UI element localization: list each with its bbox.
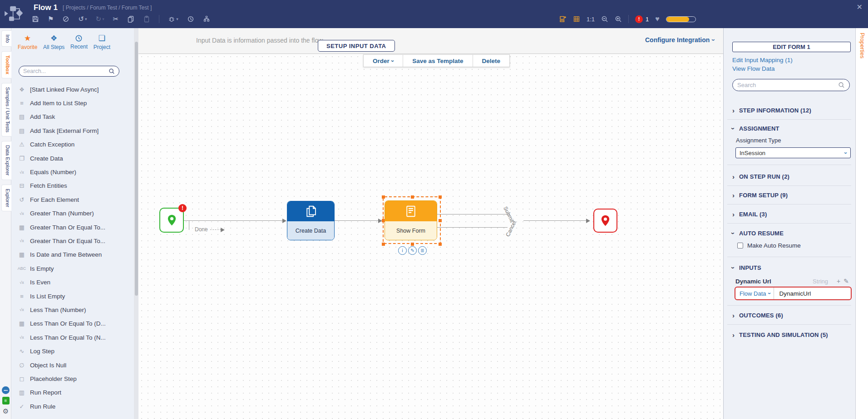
section-testing-and-simulation[interactable]: › TESTING AND SIMULATION (5): [732, 331, 828, 339]
list-item[interactable]: √x Less Than Or Equal To (N...: [11, 331, 128, 344]
heart-icon[interactable]: ♥: [655, 15, 660, 23]
paste-icon[interactable]: [143, 15, 150, 23]
edit-pencil-icon[interactable]: ✎: [408, 246, 417, 255]
undo-button[interactable]: ↺▾: [78, 15, 87, 23]
sidebar-tab-info[interactable]: Info: [1, 30, 11, 47]
grid-icon[interactable]: [573, 15, 580, 23]
section-on-step-run[interactable]: › ON STEP RUN (2): [732, 172, 789, 180]
list-item[interactable]: ✓ Run Rule: [11, 400, 128, 413]
resize-handle[interactable]: [411, 243, 414, 246]
list-item[interactable]: ▦ Is Date and Time Between: [11, 248, 128, 262]
scrollbar-thumb[interactable]: [135, 42, 138, 296]
list-item[interactable]: ◻ Placeholder Step: [11, 372, 128, 385]
warning-badge-icon[interactable]: !: [178, 204, 187, 212]
section-assignment[interactable]: › ASSIGNMENT: [732, 124, 779, 132]
tab-project[interactable]: ❏ Project: [94, 34, 110, 50]
hierarchy-icon[interactable]: [203, 15, 210, 23]
list-item[interactable]: ∅ Object Is Null: [11, 358, 128, 372]
list-item[interactable]: √x Is Even: [11, 275, 128, 289]
list-item[interactable]: ▦ Less Than Or Equal To (D...: [11, 317, 128, 331]
redo-button[interactable]: ↻▾: [96, 15, 104, 23]
info-icon[interactable]: i: [398, 246, 407, 255]
cut-icon[interactable]: ✂: [113, 15, 119, 23]
step-icon: ≡: [17, 293, 27, 300]
show-form-node[interactable]: Show Form: [385, 200, 437, 240]
resize-handle[interactable]: [439, 195, 442, 199]
setup-input-data-button[interactable]: SETUP INPUT DATA: [318, 40, 395, 52]
gear-icon[interactable]: ⚙: [3, 407, 9, 415]
close-icon[interactable]: ✕: [857, 3, 863, 11]
list-item[interactable]: ❖ [Start Linked Flow Async]: [11, 83, 128, 96]
configure-integration-dropdown[interactable]: Configure Integration ›: [645, 36, 715, 44]
chat-icon[interactable]: •••: [2, 386, 10, 394]
tab-all-steps[interactable]: ❖ All Steps: [43, 34, 64, 50]
add-icon[interactable]: +: [837, 278, 840, 285]
history-icon[interactable]: [187, 15, 194, 23]
edit-pencil-icon[interactable]: ✎: [843, 278, 849, 285]
list-item[interactable]: ❐ Create Data: [11, 151, 128, 165]
resize-handle[interactable]: [411, 195, 414, 199]
list-item[interactable]: √x Greater Than (Number): [11, 207, 128, 220]
error-badge-icon[interactable]: !: [635, 15, 643, 23]
progress-bar: [666, 16, 696, 22]
list-item[interactable]: ≡ Is List Empty: [11, 289, 128, 303]
end-node[interactable]: [593, 209, 617, 233]
list-item[interactable]: ▥ Run Report: [11, 386, 128, 400]
resize-handle[interactable]: [439, 243, 442, 246]
list-item[interactable]: ▦ Greater Than Or Equal To...: [11, 220, 128, 234]
list-item[interactable]: √x Less Than (Number): [11, 303, 128, 317]
validate-icon[interactable]: [62, 15, 69, 23]
edit-input-mapping-link[interactable]: Edit Input Mapping (1): [732, 57, 793, 63]
list-item[interactable]: √x Greater Than Or Equal To...: [11, 234, 128, 248]
resize-handle[interactable]: [382, 195, 385, 199]
sidebar-tab-explorer[interactable]: Explorer: [1, 185, 11, 211]
list-item[interactable]: ⊟ Fetch Entities: [11, 179, 128, 193]
list-item[interactable]: ⚠ Catch Exception: [11, 138, 128, 151]
scrollbar[interactable]: [134, 28, 138, 419]
layout-panel-icon[interactable]: [559, 15, 567, 23]
section-email[interactable]: › EMAIL (3): [732, 210, 767, 218]
save-icon[interactable]: [32, 15, 39, 23]
section-outcomes[interactable]: › OUTCOMES (6): [732, 311, 783, 319]
section-step-information[interactable]: › STEP INFORMATION (12): [732, 106, 811, 114]
zoom-in-icon[interactable]: [615, 15, 622, 23]
list-item[interactable]: ∿ Log Step: [11, 344, 128, 358]
resize-handle[interactable]: [382, 243, 385, 246]
document-icon[interactable]: ≡: [2, 397, 10, 404]
order-dropdown[interactable]: Order ›: [364, 55, 403, 67]
save-as-template-button[interactable]: Save as Template: [403, 55, 472, 67]
sidebar-tab-data-explorer[interactable]: Data Explorer: [1, 141, 11, 180]
flow-canvas[interactable]: Input Data is information passed into th…: [138, 28, 723, 419]
list-item[interactable]: √x Equals (Number): [11, 165, 128, 179]
properties-tab[interactable]: Properties: [859, 33, 865, 58]
delete-button[interactable]: Delete: [473, 55, 510, 67]
resize-handle[interactable]: [439, 219, 442, 222]
make-auto-resume-checkbox[interactable]: [737, 243, 743, 248]
flag-icon[interactable]: ⚑: [48, 15, 54, 23]
section-inputs[interactable]: › INPUTS: [732, 263, 761, 272]
create-data-node[interactable]: Create Data: [287, 201, 335, 240]
mapping-value-input[interactable]: DynamicUrl: [774, 290, 811, 297]
list-item[interactable]: ↺ For Each Element: [11, 193, 128, 206]
assignment-type-select[interactable]: InSession ›: [735, 147, 851, 158]
section-form-setup[interactable]: › FORM SETUP (9): [732, 191, 788, 199]
list-item[interactable]: ≡ Add Item to List Step: [11, 96, 128, 110]
tab-favorite[interactable]: ★ Favorite: [18, 34, 37, 50]
list-item[interactable]: ▤ Add Task [External Form]: [11, 124, 128, 137]
view-flow-data-link[interactable]: View Flow Data: [732, 65, 775, 72]
list-item[interactable]: ▤ Add Task: [11, 110, 128, 124]
debug-button[interactable]: ▾: [168, 15, 178, 23]
search-input[interactable]: [737, 82, 838, 88]
section-label: EMAIL (3): [739, 211, 767, 218]
mapping-type-dropdown[interactable]: Flow Data ›: [735, 290, 774, 297]
zoom-out-icon[interactable]: [601, 15, 608, 23]
delete-list-icon[interactable]: ≣: [418, 246, 427, 255]
search-input[interactable]: [23, 68, 108, 74]
sidebar-tab-toolbox[interactable]: Toolbox: [1, 51, 11, 78]
section-auto-resume[interactable]: › AUTO RESUME: [732, 229, 784, 237]
tab-recent[interactable]: Recent: [70, 34, 88, 50]
list-item[interactable]: ABC Is Empty: [11, 262, 128, 275]
edit-form-button[interactable]: EDIT FORM 1: [732, 42, 851, 52]
copy-icon[interactable]: [127, 15, 134, 23]
sidebar-tab-samples-unit-tests[interactable]: Samples / Unit Tests: [1, 83, 11, 136]
